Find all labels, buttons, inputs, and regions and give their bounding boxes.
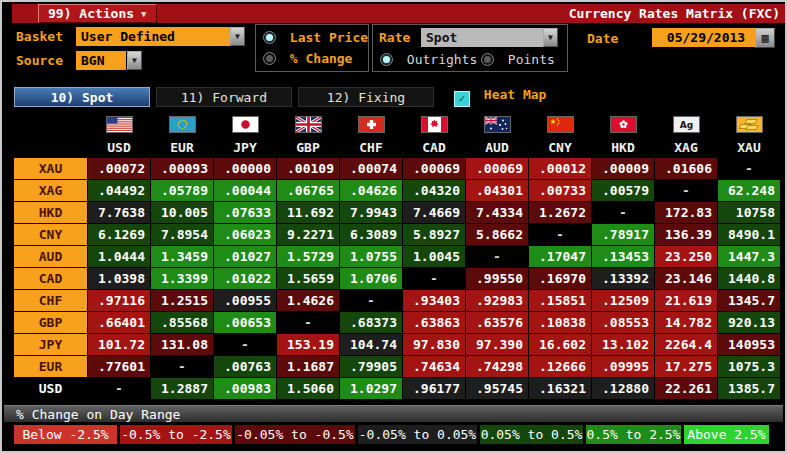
basket-dropdown-arrow-icon[interactable]: ▼: [230, 27, 245, 46]
cell-eur-cny[interactable]: .12666: [529, 356, 591, 377]
cell-eur-jpy[interactable]: .00763: [214, 356, 276, 377]
cell-xag-xag[interactable]: -: [655, 180, 717, 201]
cell-aud-hkd[interactable]: .13453: [592, 246, 654, 267]
cell-xag-chf[interactable]: .04626: [340, 180, 402, 201]
last-price-option[interactable]: Last Price: [263, 30, 368, 45]
cell-gbp-hkd[interactable]: .08553: [592, 312, 654, 333]
row-header-xag[interactable]: XAG: [14, 180, 87, 201]
cell-hkd-usd[interactable]: 7.7638: [88, 202, 150, 223]
outrights-option[interactable]: Outrights: [380, 52, 477, 67]
row-header-jpy[interactable]: JPY: [14, 334, 87, 355]
cell-eur-gbp[interactable]: 1.1687: [277, 356, 339, 377]
cell-xag-gbp[interactable]: .06765: [277, 180, 339, 201]
cell-hkd-hkd[interactable]: -: [592, 202, 654, 223]
row-header-eur[interactable]: EUR: [14, 356, 87, 377]
cell-cny-chf[interactable]: 6.3089: [340, 224, 402, 245]
cell-gbp-xag[interactable]: 14.782: [655, 312, 717, 333]
cell-xau-xau[interactable]: -: [718, 158, 780, 179]
cell-usd-hkd[interactable]: .12880: [592, 378, 654, 399]
cell-xau-eur[interactable]: .00093: [151, 158, 213, 179]
cell-jpy-chf[interactable]: 104.74: [340, 334, 402, 355]
cell-aud-xag[interactable]: 23.250: [655, 246, 717, 267]
cell-gbp-gbp[interactable]: -: [277, 312, 339, 333]
cell-usd-xag[interactable]: 22.261: [655, 378, 717, 399]
cell-chf-usd[interactable]: .97116: [88, 290, 150, 311]
row-header-chf[interactable]: CHF: [14, 290, 87, 311]
cell-chf-hkd[interactable]: .12509: [592, 290, 654, 311]
cell-chf-eur[interactable]: 1.2515: [151, 290, 213, 311]
cell-chf-xag[interactable]: 21.619: [655, 290, 717, 311]
cell-hkd-xag[interactable]: 172.83: [655, 202, 717, 223]
cell-usd-xau[interactable]: 1385.7: [718, 378, 780, 399]
cell-chf-xau[interactable]: 1345.7: [718, 290, 780, 311]
cell-chf-aud[interactable]: .92983: [466, 290, 528, 311]
cell-aud-jpy[interactable]: .01027: [214, 246, 276, 267]
cell-gbp-chf[interactable]: .68373: [340, 312, 402, 333]
cell-xau-cny[interactable]: .00012: [529, 158, 591, 179]
cell-cny-cad[interactable]: 5.8927: [403, 224, 465, 245]
cell-xau-aud[interactable]: .00069: [466, 158, 528, 179]
cell-hkd-gbp[interactable]: 11.692: [277, 202, 339, 223]
cell-cny-hkd[interactable]: .78917: [592, 224, 654, 245]
cell-cad-jpy[interactable]: .01022: [214, 268, 276, 289]
cell-xag-eur[interactable]: .05789: [151, 180, 213, 201]
source-select[interactable]: BGN: [76, 51, 126, 70]
cell-jpy-xau[interactable]: 140953: [718, 334, 780, 355]
cell-xau-xag[interactable]: .01606: [655, 158, 717, 179]
outrights-radio-icon[interactable]: [380, 53, 393, 66]
cell-cny-jpy[interactable]: .06023: [214, 224, 276, 245]
cell-cny-cny[interactable]: -: [529, 224, 591, 245]
cell-cad-usd[interactable]: 1.0398: [88, 268, 150, 289]
points-radio-icon[interactable]: [481, 53, 494, 66]
cell-aud-usd[interactable]: 1.0444: [88, 246, 150, 267]
row-header-gbp[interactable]: GBP: [14, 312, 87, 333]
cell-eur-xau[interactable]: 1075.3: [718, 356, 780, 377]
cell-xag-usd[interactable]: .04492: [88, 180, 150, 201]
cell-cad-chf[interactable]: 1.0706: [340, 268, 402, 289]
cell-hkd-cad[interactable]: 7.4669: [403, 202, 465, 223]
cell-usd-chf[interactable]: 1.0297: [340, 378, 402, 399]
cell-jpy-eur[interactable]: 131.08: [151, 334, 213, 355]
cell-usd-jpy[interactable]: .00983: [214, 378, 276, 399]
row-header-cad[interactable]: CAD: [14, 268, 87, 289]
cell-jpy-cad[interactable]: 97.830: [403, 334, 465, 355]
cell-cny-xag[interactable]: 136.39: [655, 224, 717, 245]
cell-aud-aud[interactable]: -: [466, 246, 528, 267]
row-header-usd[interactable]: USD: [14, 378, 87, 399]
cell-cad-hkd[interactable]: .13392: [592, 268, 654, 289]
pct-change-option[interactable]: % Change: [263, 51, 352, 66]
cell-hkd-aud[interactable]: 7.4334: [466, 202, 528, 223]
cell-xag-hkd[interactable]: .00579: [592, 180, 654, 201]
cell-aud-chf[interactable]: 1.0755: [340, 246, 402, 267]
cell-cny-usd[interactable]: 6.1269: [88, 224, 150, 245]
cell-eur-chf[interactable]: .79905: [340, 356, 402, 377]
cell-chf-cad[interactable]: .93403: [403, 290, 465, 311]
cell-gbp-usd[interactable]: .66401: [88, 312, 150, 333]
cell-usd-aud[interactable]: .95745: [466, 378, 528, 399]
heatmap-checkbox-icon[interactable]: ✓: [454, 91, 470, 107]
tab-10-spot[interactable]: 10) Spot: [14, 87, 150, 107]
cell-gbp-xau[interactable]: 920.13: [718, 312, 780, 333]
tab-11-forward[interactable]: 11) Forward: [156, 87, 292, 107]
heatmap-toggle[interactable]: ✓ Heat Map: [454, 87, 546, 107]
cell-eur-usd[interactable]: .77601: [88, 356, 150, 377]
cell-aud-cad[interactable]: 1.0045: [403, 246, 465, 267]
row-header-hkd[interactable]: HKD: [14, 202, 87, 223]
cell-cny-aud[interactable]: 5.8662: [466, 224, 528, 245]
cell-eur-hkd[interactable]: .09995: [592, 356, 654, 377]
rate-dropdown-arrow-icon[interactable]: ▼: [543, 28, 558, 47]
cell-eur-cad[interactable]: .74634: [403, 356, 465, 377]
date-field[interactable]: 05/29/2013: [652, 28, 760, 47]
cell-usd-gbp[interactable]: 1.5060: [277, 378, 339, 399]
actions-menu-button[interactable]: 99) Actions ▼: [38, 4, 157, 23]
row-header-cny[interactable]: CNY: [14, 224, 87, 245]
cell-jpy-hkd[interactable]: 13.102: [592, 334, 654, 355]
cell-cad-xag[interactable]: 23.146: [655, 268, 717, 289]
cell-hkd-cny[interactable]: 1.2672: [529, 202, 591, 223]
basket-select[interactable]: User Defined: [76, 27, 234, 46]
cell-cad-cad[interactable]: -: [403, 268, 465, 289]
source-dropdown-arrow-icon[interactable]: ▼: [127, 51, 142, 70]
cell-cny-eur[interactable]: 7.8954: [151, 224, 213, 245]
cell-xag-xau[interactable]: 62.248: [718, 180, 780, 201]
cell-jpy-jpy[interactable]: -: [214, 334, 276, 355]
